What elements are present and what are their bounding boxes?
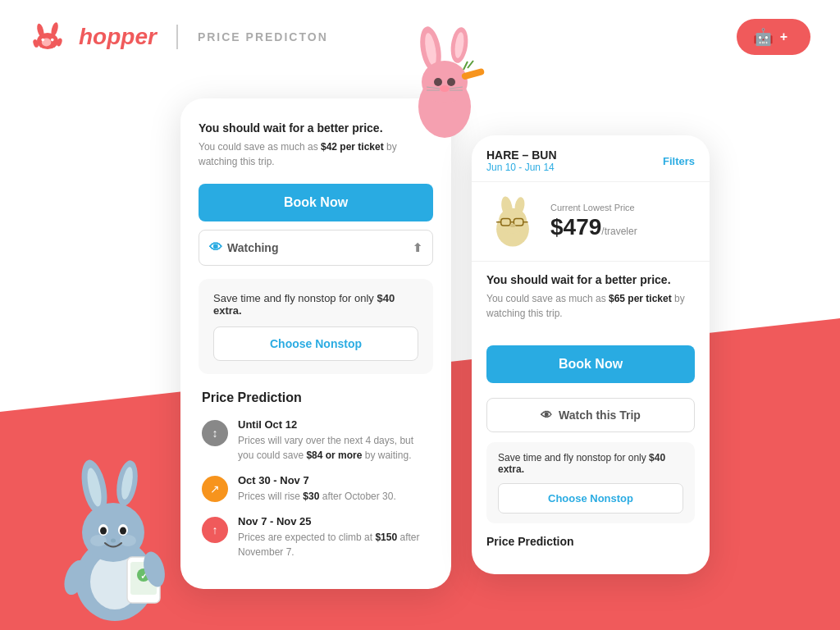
prediction-item-2: ↗ Oct 30 - Nov 7 Prices will rise $30 af… bbox=[202, 474, 430, 504]
price-info: Current Lowest Price $479/traveler bbox=[550, 203, 637, 240]
plus-sign: + bbox=[780, 30, 788, 44]
book-now-button-right[interactable]: Book Now bbox=[486, 345, 695, 383]
nonstop-title-left: Save time and fly nonstop for only $40 e… bbox=[213, 292, 418, 317]
left-phone-card: You should wait for a better price. You … bbox=[180, 98, 451, 589]
bunny-avatar-icon bbox=[486, 195, 539, 248]
header: hopper PRICE PREDICTON 🤖 + bbox=[0, 0, 840, 74]
left-card-title: You should wait for a better price. bbox=[199, 121, 433, 135]
svg-point-15 bbox=[447, 78, 455, 86]
left-subtitle-prefix: You could save as much as bbox=[199, 141, 321, 153]
pred-date-2: Oct 30 - Nov 7 bbox=[238, 474, 396, 486]
price-unit: /traveler bbox=[601, 226, 637, 237]
blue-rabbit-mascot: ✓ bbox=[49, 459, 189, 626]
app-download-badge[interactable]: 🤖 + bbox=[737, 19, 810, 55]
watch-trip-label: Watch this Trip bbox=[559, 409, 641, 422]
pred-text-2: Oct 30 - Nov 7 Prices will rise $30 afte… bbox=[238, 474, 396, 504]
watch-eye-icon: 👁 bbox=[209, 240, 222, 255]
svg-point-47 bbox=[499, 208, 527, 234]
price-display: $479/traveler bbox=[550, 214, 637, 240]
pred-desc-3: Prices are expected to climb at $150 aft… bbox=[238, 530, 430, 559]
price-label: Current Lowest Price bbox=[550, 203, 637, 212]
left-savings: $42 per ticket bbox=[321, 141, 384, 153]
filters-button[interactable]: Filters bbox=[663, 155, 695, 167]
right-phone-card: HARE – BUN Jun 10 - Jun 14 Filters Curre… bbox=[472, 135, 710, 574]
logo-text: hopper bbox=[79, 24, 157, 50]
price-value: $479 bbox=[550, 214, 601, 240]
left-card-subtitle: You could save as much as $42 per ticket… bbox=[199, 139, 433, 169]
nonstop-section-left: Save time and fly nonstop for only $40 e… bbox=[199, 279, 433, 374]
book-now-button-left[interactable]: Book Now bbox=[199, 184, 433, 221]
right-card-body: You should wait for a better price. You … bbox=[472, 262, 710, 559]
svg-point-14 bbox=[434, 78, 442, 86]
svg-point-5 bbox=[51, 39, 54, 42]
nonstop-title-right: Save time and fly nonstop for only $40 e… bbox=[498, 452, 683, 475]
choose-nonstop-button-right[interactable]: Choose Nonstop bbox=[498, 483, 683, 514]
route-name: HARE – BUN bbox=[486, 148, 557, 162]
android-icon: 🤖 bbox=[753, 27, 774, 47]
pred-icon-3: ↑ bbox=[202, 517, 228, 543]
pred-date-3: Nov 7 - Nov 25 bbox=[238, 515, 430, 527]
price-prediction-title-left: Price Prediction bbox=[202, 390, 430, 405]
choose-nonstop-button-left[interactable]: Choose Nonstop bbox=[213, 326, 418, 361]
prediction-item-1: ↕ Until Oct 12 Prices will vary over the… bbox=[202, 418, 430, 463]
watch-trip-button-right[interactable]: 👁 Watch this Trip bbox=[486, 398, 695, 432]
svg-point-16 bbox=[440, 85, 450, 92]
prediction-item-3: ↑ Nov 7 - Nov 25 Prices are expected to … bbox=[202, 515, 430, 559]
svg-point-36 bbox=[120, 527, 126, 535]
svg-point-53 bbox=[509, 224, 515, 227]
pred-desc-2: Prices will rise $30 after October 30. bbox=[238, 489, 396, 504]
watching-inner: 👁 Watching bbox=[209, 240, 278, 255]
logo-rabbit-icon bbox=[30, 22, 66, 52]
watching-button-left[interactable]: 👁 Watching ⬆ bbox=[199, 230, 433, 266]
svg-point-31 bbox=[90, 535, 107, 546]
right-card-subtitle: You could save as much as $65 per ticket… bbox=[486, 291, 695, 321]
share-icon: ⬆ bbox=[413, 241, 422, 254]
nonstop-prefix: Save time and fly nonstop for only bbox=[213, 292, 377, 304]
svg-point-37 bbox=[111, 539, 116, 543]
svg-point-35 bbox=[100, 527, 107, 535]
svg-point-4 bbox=[41, 39, 44, 42]
right-card-header: HARE – BUN Jun 10 - Jun 14 Filters bbox=[472, 135, 710, 182]
pred-icon-1: ↕ bbox=[202, 420, 228, 446]
route-info: HARE – BUN Jun 10 - Jun 14 bbox=[486, 148, 557, 173]
watching-label: Watching bbox=[227, 241, 278, 254]
right-card-title: You should wait for a better price. bbox=[486, 273, 695, 286]
price-area: Current Lowest Price $479/traveler bbox=[472, 182, 710, 262]
price-prediction-section-left: Price Prediction ↕ Until Oct 12 Prices w… bbox=[199, 390, 433, 559]
logo-area: hopper PRICE PREDICTON bbox=[30, 22, 328, 52]
pred-text-3: Nov 7 - Nov 25 Prices are expected to cl… bbox=[238, 515, 430, 559]
pred-icon-2: ↗ bbox=[202, 476, 228, 502]
watch-trip-eye-icon: 👁 bbox=[541, 409, 552, 422]
route-dates: Jun 10 - Jun 14 bbox=[486, 162, 557, 173]
pred-text-1: Until Oct 12 Prices will vary over the n… bbox=[238, 418, 430, 463]
logo-divider bbox=[176, 25, 178, 49]
svg-point-32 bbox=[120, 535, 136, 546]
page-title: PRICE PREDICTON bbox=[198, 30, 328, 43]
pred-date-1: Until Oct 12 bbox=[238, 418, 430, 431]
pred-desc-1: Prices will vary over the next 4 days, b… bbox=[238, 433, 430, 463]
svg-point-30 bbox=[82, 503, 144, 562]
nonstop-section-right: Save time and fly nonstop for only $40 e… bbox=[486, 442, 695, 523]
right-price-prediction-title: Price Prediction bbox=[486, 535, 695, 548]
